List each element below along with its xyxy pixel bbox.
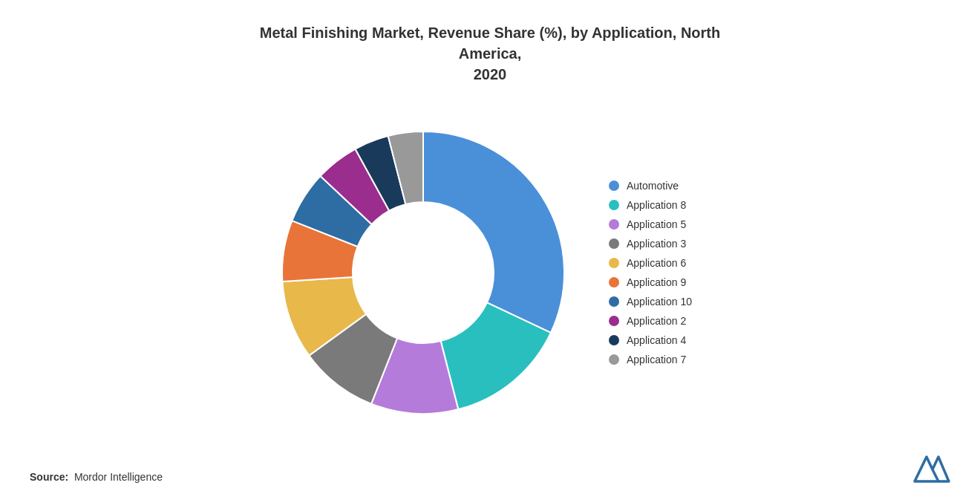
legend-label: Application 2 bbox=[627, 315, 686, 327]
legend-label: Application 3 bbox=[627, 238, 686, 250]
legend-dot bbox=[609, 200, 619, 210]
footer: Source: Mordor Intelligence bbox=[0, 446, 980, 494]
legend-dot bbox=[609, 258, 619, 268]
logo-svg bbox=[913, 453, 950, 483]
legend-label: Automotive bbox=[627, 180, 679, 192]
legend-dot bbox=[609, 296, 619, 307]
legend-item-application-7: Application 7 bbox=[609, 354, 757, 365]
legend-item-application-2: Application 2 bbox=[609, 315, 757, 327]
chart-legend: AutomotiveApplication 8Application 5Appl… bbox=[609, 180, 757, 365]
donut-svg bbox=[267, 117, 579, 429]
legend-dot bbox=[609, 181, 619, 191]
legend-dot bbox=[609, 354, 619, 365]
legend-label: Application 5 bbox=[627, 218, 686, 230]
donut-chart bbox=[267, 117, 579, 429]
source-value: Mordor Intelligence bbox=[74, 471, 163, 483]
legend-item-application-10: Application 10 bbox=[609, 296, 757, 308]
chart-container: AutomotiveApplication 8Application 5Appl… bbox=[0, 100, 980, 446]
legend-item-application-5: Application 5 bbox=[609, 218, 757, 230]
legend-dot bbox=[609, 277, 619, 287]
legend-item-application-8: Application 8 bbox=[609, 199, 757, 211]
legend-label: Application 4 bbox=[627, 334, 686, 346]
legend-dot bbox=[609, 335, 619, 345]
legend-item-application-4: Application 4 bbox=[609, 334, 757, 346]
legend-label: Application 6 bbox=[627, 257, 686, 269]
donut-hole bbox=[353, 202, 494, 343]
svg-marker-0 bbox=[915, 457, 949, 481]
source-label: Source: bbox=[30, 471, 68, 483]
legend-label: Application 9 bbox=[627, 276, 686, 288]
legend-item-application-6: Application 6 bbox=[609, 257, 757, 269]
mordor-logo bbox=[913, 453, 950, 483]
legend-dot bbox=[609, 219, 619, 230]
chart-title: Metal Finishing Market, Revenue Share (%… bbox=[230, 22, 750, 85]
legend-item-application-3: Application 3 bbox=[609, 238, 757, 250]
legend-label: Application 10 bbox=[627, 296, 692, 308]
legend-label: Application 8 bbox=[627, 199, 686, 211]
legend-label: Application 7 bbox=[627, 354, 686, 365]
legend-item-automotive: Automotive bbox=[609, 180, 757, 192]
legend-dot bbox=[609, 238, 619, 249]
legend-item-application-9: Application 9 bbox=[609, 276, 757, 288]
source-text: Source: Mordor Intelligence bbox=[30, 471, 163, 483]
legend-dot bbox=[609, 316, 619, 326]
